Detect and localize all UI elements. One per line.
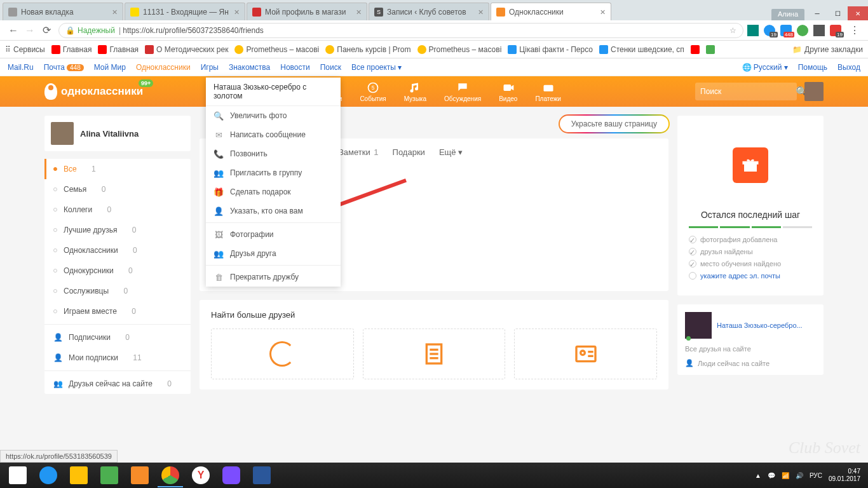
- profile-box[interactable]: Alina Vitaliivna: [44, 116, 191, 151]
- browser-tab[interactable]: Мой профиль в магази✕: [247, 3, 367, 20]
- task-word[interactable]: [247, 463, 277, 487]
- mailru-link[interactable]: Знакомства: [229, 63, 270, 72]
- tray-icon[interactable]: ▲: [755, 472, 761, 479]
- mailru-link[interactable]: Почта448: [44, 63, 84, 72]
- find-box[interactable]: [211, 329, 354, 379]
- bookmark[interactable]: Главная: [98, 45, 139, 54]
- tab-notes[interactable]: Заметки 1: [339, 147, 379, 157]
- category-best-friends[interactable]: Лучшие друзья 0: [44, 220, 191, 240]
- extension-icon[interactable]: [747, 25, 759, 36]
- ctx-call[interactable]: 📞Позвонить: [206, 144, 341, 163]
- find-box[interactable]: [363, 329, 506, 379]
- widget-friend[interactable]: Наташа Зюзько-серебро...: [685, 312, 816, 339]
- ctx-photos[interactable]: 🖼Фотографии: [206, 225, 341, 244]
- other-bookmarks[interactable]: 📁Другие закладки: [792, 45, 863, 54]
- nav-music[interactable]: Музыка: [404, 81, 426, 102]
- volume-icon[interactable]: 🔊: [796, 472, 803, 479]
- nav-payments[interactable]: Платежи: [535, 81, 561, 102]
- bookmark[interactable]: [691, 45, 700, 54]
- task-explorer[interactable]: [64, 463, 94, 487]
- ctx-invite-group[interactable]: 👥Пригласить в группу: [206, 163, 341, 182]
- extension-icon[interactable]: [813, 25, 825, 36]
- mailru-link[interactable]: Mail.Ru: [8, 63, 34, 72]
- browser-tab[interactable]: Новая вкладка✕: [3, 3, 123, 20]
- bookmark[interactable]: [706, 45, 715, 54]
- check-email[interactable]: укажите адрес эл. почты: [689, 272, 812, 280]
- ctx-unfriend[interactable]: 🗑Прекратить дружбу: [206, 268, 341, 287]
- bookmark[interactable]: О Методических рек: [145, 45, 228, 54]
- people-online-link[interactable]: 👤Люди сейчас на сайте: [685, 359, 816, 367]
- task-vlc[interactable]: [125, 463, 155, 487]
- category-all[interactable]: Все 1: [44, 159, 191, 179]
- clock[interactable]: 0:4709.01.2017: [829, 468, 860, 483]
- star-icon[interactable]: ☆: [729, 26, 736, 35]
- close-icon[interactable]: ✕: [355, 9, 362, 15]
- maximize-button[interactable]: ☐: [827, 6, 848, 20]
- close-icon[interactable]: ✕: [233, 9, 240, 15]
- mailru-link-active[interactable]: Одноклассники: [136, 63, 191, 72]
- ctx-zoom-photo[interactable]: 🔍Увеличить фото: [206, 106, 341, 125]
- ctx-friends-of-friend[interactable]: 👥Друзья друга: [206, 244, 341, 263]
- task-yandex[interactable]: Y: [186, 463, 216, 487]
- category-coursemates[interactable]: Однокурсники 0: [44, 261, 191, 281]
- tab-gifts[interactable]: Подарки: [393, 147, 425, 157]
- mailru-link[interactable]: Поиск: [320, 63, 341, 72]
- bookmark[interactable]: ⠿Сервисы: [5, 45, 45, 54]
- search-box[interactable]: 🔍: [695, 83, 797, 100]
- reload-button[interactable]: ⟳: [38, 22, 55, 39]
- adblock-icon[interactable]: 19: [830, 25, 841, 36]
- category-coworkers[interactable]: Сослуживцы 0: [44, 281, 191, 301]
- find-box[interactable]: [514, 329, 657, 379]
- mailru-link[interactable]: Все проекты ▾: [351, 63, 402, 72]
- extension-icon[interactable]: 448: [780, 25, 792, 36]
- network-icon[interactable]: 📶: [782, 472, 789, 479]
- all-friends-link[interactable]: Все друзья на сайте: [685, 345, 816, 353]
- category-play-together[interactable]: Играем вместе 0: [44, 301, 191, 322]
- logout-link[interactable]: Выход: [837, 63, 860, 72]
- ok-logo[interactable]: одноклассники 99+: [44, 83, 143, 100]
- category-colleagues[interactable]: Коллеги 0: [44, 200, 191, 220]
- menu-icon[interactable]: ⋮: [846, 22, 863, 39]
- close-icon[interactable]: ✕: [111, 9, 118, 15]
- bookmark[interactable]: Главная: [51, 45, 92, 54]
- ctx-gift[interactable]: 🎁Сделать подарок: [206, 182, 341, 201]
- forward-button[interactable]: →: [22, 22, 38, 39]
- close-window-button[interactable]: ✕: [848, 6, 868, 20]
- ctx-message[interactable]: ✉Написать сообщение: [206, 125, 341, 144]
- search-input[interactable]: [700, 87, 796, 96]
- action-center-icon[interactable]: 💬: [768, 472, 775, 479]
- category-online-friends[interactable]: 👥Друзья сейчас на сайте 0: [44, 374, 191, 394]
- mailru-link[interactable]: Новости: [280, 63, 309, 72]
- task-chrome[interactable]: [155, 463, 186, 487]
- category-classmates[interactable]: Одноклассники 0: [44, 240, 191, 261]
- browser-tab[interactable]: 11131 - Входящие — Ян✕: [125, 3, 245, 20]
- extension-icon[interactable]: [797, 25, 808, 36]
- decorate-button[interactable]: Украсьте вашу страницу: [560, 116, 668, 132]
- category-subscriptions[interactable]: 👤Мои подписки 11: [44, 348, 191, 368]
- url-input[interactable]: 🔒 Надежный | https://ok.ru/profile/56037…: [58, 23, 743, 38]
- language-button[interactable]: 🌐 Русский ▾: [742, 63, 788, 72]
- user-avatar[interactable]: [804, 82, 824, 101]
- close-icon[interactable]: ✕: [599, 9, 606, 15]
- browser-tab-active[interactable]: Одноклассники✕: [491, 3, 611, 20]
- task-viber[interactable]: [216, 463, 247, 487]
- extension-icon[interactable]: 19: [764, 25, 775, 36]
- bookmark[interactable]: Prometheus – масові: [417, 45, 502, 54]
- nav-discussions[interactable]: Обсуждения: [444, 81, 481, 102]
- browser-tab[interactable]: SЗаписи ‹ Клуб советов✕: [369, 3, 489, 20]
- task-ie[interactable]: [33, 463, 64, 487]
- bookmark[interactable]: Prometheus – масові: [234, 45, 319, 54]
- tab-more[interactable]: Ещё ▾: [439, 147, 463, 157]
- minimize-button[interactable]: ─: [807, 6, 827, 20]
- language-indicator[interactable]: РУС: [810, 472, 822, 479]
- mailru-link[interactable]: Мой Мир: [94, 63, 126, 72]
- nav-events[interactable]: 5События: [360, 81, 386, 102]
- category-subscribers[interactable]: 👤Подписчики 0: [44, 327, 191, 348]
- back-button[interactable]: ←: [5, 22, 22, 39]
- task-store[interactable]: [94, 463, 125, 487]
- bookmark[interactable]: Цікаві факти - Персо: [508, 45, 593, 54]
- bookmark[interactable]: Панель курсів | Prom: [325, 45, 410, 54]
- start-button[interactable]: [3, 463, 33, 487]
- chrome-user-button[interactable]: Алина: [771, 9, 804, 20]
- close-icon[interactable]: ✕: [477, 9, 484, 15]
